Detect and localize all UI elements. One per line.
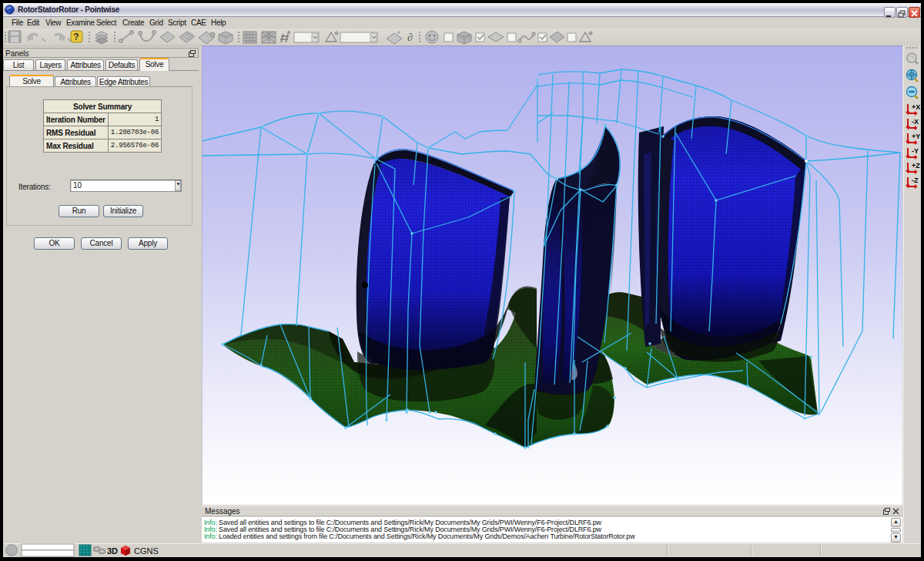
svg-text:-X: -X bbox=[912, 118, 919, 126]
svg-text:?: ? bbox=[73, 32, 79, 42]
svg-text:+Y: +Y bbox=[912, 133, 920, 140]
svg-text:+Z: +Z bbox=[912, 162, 920, 170]
svg-text:-Y: -Y bbox=[912, 147, 919, 155]
svg-text:∂: ∂ bbox=[407, 32, 413, 43]
svg-text:+X: +X bbox=[912, 103, 920, 111]
svg-text:-Z: -Z bbox=[912, 176, 919, 184]
